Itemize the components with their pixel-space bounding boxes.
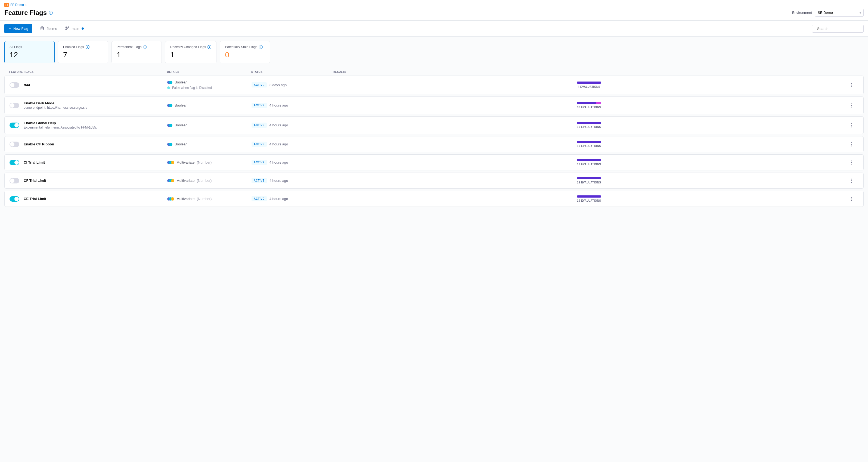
svg-point-11 [851, 123, 852, 124]
more-options-button[interactable] [850, 159, 853, 166]
flag-toggle[interactable] [9, 178, 19, 184]
info-icon[interactable]: i [143, 45, 147, 49]
svg-point-14 [851, 142, 852, 143]
flag-name: CE Trial Limit [24, 197, 46, 201]
time-ago: 4 hours ago [270, 142, 288, 146]
flag-desc: Experimental help menu. Associated to FF… [24, 126, 97, 129]
more-options-button[interactable] [850, 196, 853, 202]
database-icon [40, 26, 44, 31]
flag-toggle[interactable] [9, 123, 19, 128]
more-options-button[interactable] [850, 82, 853, 88]
more-options-button[interactable] [850, 102, 853, 109]
more-options-button[interactable] [850, 177, 853, 184]
page-title-text: Feature Flags [4, 9, 47, 16]
evaluations-count: 98 EVALUATIONS [577, 106, 601, 109]
summary-card[interactable]: Enabled Flagsi7 [58, 41, 108, 63]
new-flag-button[interactable]: ＋ New Flag [4, 24, 32, 33]
results-bar [577, 122, 601, 124]
flag-toggle[interactable] [9, 196, 19, 202]
disabled-text: False when flag is Disabled [172, 86, 212, 90]
svg-point-2 [68, 27, 69, 28]
summary-cards: All Flags12Enabled Flagsi7Permanent Flag… [4, 41, 864, 63]
search-box[interactable] [812, 25, 864, 33]
table-header: FEATURE FLAGS DETAILS STATUS RESULTS [4, 68, 864, 75]
breadcrumb: ⬡ FF Demo › [4, 3, 864, 7]
flag-row[interactable]: Enable CF RibbonBooleanACTIVE4 hours ago… [4, 136, 864, 152]
project-chip[interactable]: ffdemo [40, 26, 57, 31]
more-options-button[interactable] [850, 141, 853, 147]
git-branch-icon [65, 26, 69, 31]
flag-row[interactable]: Enable Dark Modedemo endpoint: https://h… [4, 97, 864, 114]
svg-point-12 [851, 125, 852, 126]
environment-select[interactable]: SE Demo [815, 9, 864, 16]
more-vertical-icon [851, 160, 852, 165]
time-ago: 4 hours ago [270, 123, 288, 127]
flag-name: CI Trial Limit [24, 160, 45, 164]
svg-point-24 [851, 198, 852, 199]
card-label: All Flags [9, 45, 50, 49]
boolean-icon [167, 143, 173, 146]
more-options-button[interactable] [850, 122, 853, 129]
branch-chip[interactable]: main [65, 26, 84, 31]
flag-name: CF Trial Limit [24, 178, 46, 183]
boolean-icon [167, 81, 173, 84]
svg-point-7 [851, 86, 852, 87]
card-value: 0 [225, 51, 265, 59]
summary-card[interactable]: Permanent Flagsi1 [112, 41, 162, 63]
flag-toggle[interactable] [9, 160, 19, 165]
flag-row[interactable]: CF Trial LimitMultivariate (Number)ACTIV… [4, 172, 864, 189]
results-bar [577, 195, 601, 198]
flag-row[interactable]: Enable Global HelpExperimental help menu… [4, 116, 864, 134]
evaluations-count: 19 EVALUATIONS [577, 144, 601, 147]
evaluations-count: 4 EVALUATIONS [578, 85, 600, 88]
svg-point-18 [851, 162, 852, 163]
more-vertical-icon [851, 197, 852, 201]
info-icon[interactable]: i [49, 11, 53, 15]
evaluations-count: 19 EVALUATIONS [577, 126, 601, 129]
flag-row[interactable]: ff44BooleanFalse when flag is DisabledAC… [4, 75, 864, 94]
harness-logo-icon: ⬡ [4, 3, 9, 7]
flag-toggle[interactable] [9, 141, 19, 147]
status-badge: ACTIVE [251, 82, 267, 88]
type-suffix: (Number) [196, 197, 212, 201]
boolean-icon [167, 124, 173, 127]
svg-point-6 [851, 85, 852, 85]
info-icon[interactable]: i [208, 45, 211, 49]
evaluations-count: 19 EVALUATIONS [577, 199, 601, 202]
flag-type: Multivariate [177, 197, 194, 201]
flag-row[interactable]: CI Trial LimitMultivariate (Number)ACTIV… [4, 154, 864, 170]
svg-point-22 [851, 182, 852, 183]
svg-point-0 [41, 27, 43, 28]
flag-type: Boolean [175, 123, 188, 127]
svg-point-21 [851, 180, 852, 181]
project-name: ffdemo [46, 27, 57, 31]
flag-toggle[interactable] [9, 103, 19, 108]
summary-card[interactable]: Recently Changed Flagsi1 [165, 41, 216, 63]
results-bar [577, 177, 601, 179]
flag-type: Boolean [175, 80, 188, 84]
svg-point-16 [851, 145, 852, 146]
more-vertical-icon [851, 178, 852, 183]
multivariate-icon [167, 161, 174, 164]
col-header-results: RESULTS [333, 70, 845, 73]
search-input[interactable] [817, 27, 863, 31]
breadcrumb-project-link[interactable]: FF Demo [10, 3, 24, 7]
flag-row[interactable]: CE Trial LimitMultivariate (Number)ACTIV… [4, 191, 864, 207]
status-badge: ACTIVE [251, 196, 267, 201]
status-badge: ACTIVE [251, 103, 267, 108]
svg-point-25 [851, 200, 852, 201]
svg-point-13 [851, 126, 852, 127]
evaluations-count: 19 EVALUATIONS [577, 163, 601, 166]
status-badge: ACTIVE [251, 178, 267, 183]
time-ago: 3 days ago [270, 83, 287, 87]
card-label: Potentially Stale Flagsi [225, 45, 265, 49]
card-value: 12 [9, 51, 50, 59]
info-icon[interactable]: i [86, 45, 90, 49]
info-icon[interactable]: i [259, 45, 263, 49]
flag-toggle[interactable] [9, 82, 19, 88]
flag-type: Multivariate [177, 160, 194, 164]
summary-card[interactable]: All Flags12 [4, 41, 55, 63]
summary-card[interactable]: Potentially Stale Flagsi0 [220, 41, 270, 63]
col-header-status: STATUS [251, 70, 333, 73]
plus-icon: ＋ [8, 26, 12, 31]
